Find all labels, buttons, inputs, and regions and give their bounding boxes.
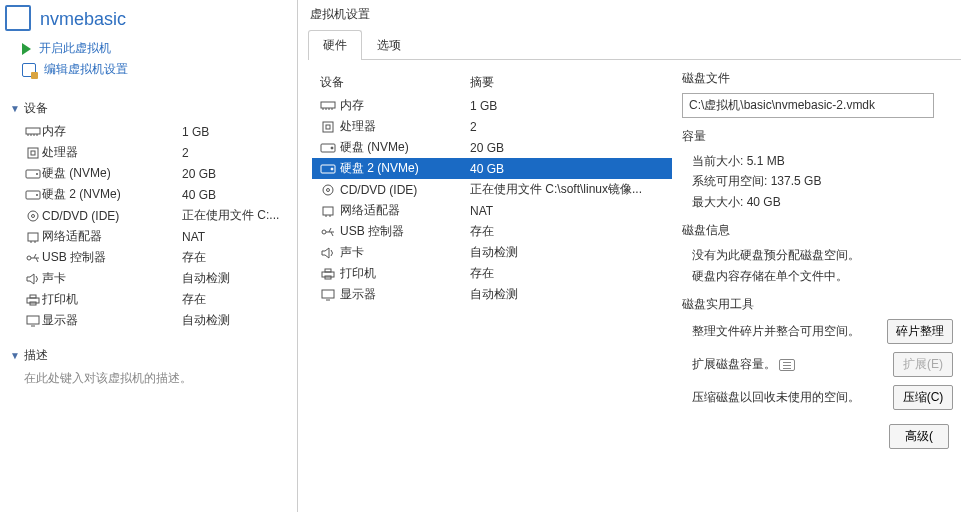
hint-icon <box>779 359 795 371</box>
hardware-table-row[interactable]: 显示器自动检测 <box>312 284 672 305</box>
device-name: 网络适配器 <box>340 202 470 219</box>
chevron-down-icon: ▼ <box>10 103 20 114</box>
svg-point-8 <box>36 173 38 175</box>
hardware-table-row[interactable]: 硬盘 (NVMe)20 GB <box>312 137 672 158</box>
column-header-device[interactable]: 设备 <box>320 74 470 91</box>
device-summary: 2 <box>182 146 189 160</box>
hardware-table-row[interactable]: 网络适配器NAT <box>312 200 672 221</box>
sidebar-device-row[interactable]: 显示器自动检测 <box>24 312 287 329</box>
sidebar-device-row[interactable]: 网络适配器NAT <box>24 228 287 245</box>
device-name: 打印机 <box>340 265 470 282</box>
disk-info-line1: 没有为此硬盘预分配磁盘空间。 <box>682 245 953 265</box>
sidebar-device-row[interactable]: CD/DVD (IDE)正在使用文件 C:... <box>24 207 287 224</box>
svg-rect-13 <box>28 233 38 241</box>
device-summary: 1 GB <box>470 99 668 113</box>
disk-utilities-label: 磁盘实用工具 <box>682 296 953 313</box>
sidebar-device-row[interactable]: 硬盘 (NVMe)20 GB <box>24 165 287 182</box>
disk-file-path-input[interactable]: C:\虚拟机\basic\nvmebasic-2.vmdk <box>682 93 934 118</box>
svg-point-10 <box>36 194 38 196</box>
hardware-table-row[interactable]: 打印机存在 <box>312 263 672 284</box>
device-summary: 20 GB <box>470 141 668 155</box>
hardware-table-row[interactable]: USB 控制器存在 <box>312 221 672 242</box>
tab-options[interactable]: 选项 <box>362 30 416 60</box>
capacity-current: 当前大小: 5.1 MB <box>682 151 953 171</box>
device-name: 硬盘 (NVMe) <box>42 165 182 182</box>
edit-settings-link[interactable]: 编辑虚拟机设置 <box>22 61 297 78</box>
svg-point-34 <box>331 147 333 149</box>
devices-section-header[interactable]: ▼ 设备 <box>10 100 287 117</box>
defrag-text: 整理文件碎片并整合可用空间。 <box>692 323 879 340</box>
play-icon <box>22 43 31 55</box>
svg-rect-6 <box>31 151 35 155</box>
sound-icon <box>24 272 42 286</box>
net-icon <box>24 230 42 244</box>
vm-name: nvmebasic <box>40 9 126 30</box>
sidebar-device-row[interactable]: 打印机存在 <box>24 291 287 308</box>
svg-rect-32 <box>326 125 330 129</box>
disk-icon <box>24 167 42 181</box>
device-summary: 自动检测 <box>182 312 230 329</box>
edit-icon <box>22 63 36 77</box>
printer-icon <box>320 267 340 281</box>
hardware-table-row[interactable]: 内存1 GB <box>312 95 672 116</box>
expand-button[interactable]: 扩展(E) <box>893 352 953 377</box>
disk-icon <box>320 141 340 155</box>
description-placeholder[interactable]: 在此处键入对该虚拟机的描述。 <box>10 370 287 387</box>
power-on-link[interactable]: 开启此虚拟机 <box>22 40 297 57</box>
net-icon <box>320 204 340 218</box>
devices-section-label: 设备 <box>24 100 48 117</box>
device-name: 处理器 <box>42 144 182 161</box>
svg-marker-20 <box>27 274 34 284</box>
device-name: CD/DVD (IDE) <box>42 209 182 223</box>
tab-hardware[interactable]: 硬件 <box>308 30 362 60</box>
sidebar-device-row[interactable]: 内存1 GB <box>24 123 287 140</box>
cpu-icon <box>320 120 340 134</box>
sidebar-device-row[interactable]: 处理器2 <box>24 144 287 161</box>
device-name: 内存 <box>42 123 182 140</box>
compact-text: 压缩磁盘以回收未使用的空间。 <box>692 389 885 406</box>
svg-point-38 <box>327 188 330 191</box>
description-section-header[interactable]: ▼ 描述 <box>10 347 287 364</box>
svg-rect-22 <box>30 295 36 298</box>
hardware-table-row[interactable]: 声卡自动检测 <box>312 242 672 263</box>
capacity-free: 系统可用空间: 137.5 GB <box>682 171 953 191</box>
device-summary: 存在 <box>182 249 206 266</box>
usb-icon <box>24 251 42 265</box>
svg-line-19 <box>36 258 38 262</box>
advanced-button[interactable]: 高级( <box>889 424 949 449</box>
cd-icon <box>24 209 42 223</box>
memory-icon <box>24 125 42 139</box>
display-icon <box>24 314 42 328</box>
device-name: 硬盘 2 (NVMe) <box>340 160 470 177</box>
svg-line-45 <box>331 232 333 236</box>
svg-rect-24 <box>27 316 39 324</box>
device-name: 声卡 <box>42 270 182 287</box>
device-name: 声卡 <box>340 244 470 261</box>
device-summary: NAT <box>182 230 205 244</box>
device-summary: 自动检测 <box>470 286 668 303</box>
column-header-summary[interactable]: 摘要 <box>470 74 494 91</box>
hardware-table-row[interactable]: 硬盘 2 (NVMe)40 GB <box>312 158 672 179</box>
sidebar-device-row[interactable]: 声卡自动检测 <box>24 270 287 287</box>
sidebar-device-row[interactable]: USB 控制器存在 <box>24 249 287 266</box>
defrag-button[interactable]: 碎片整理 <box>887 319 953 344</box>
hardware-table-row[interactable]: CD/DVD (IDE)正在使用文件 C:\soft\linux镜像... <box>312 179 672 200</box>
cpu-icon <box>24 146 42 160</box>
edit-settings-label: 编辑虚拟机设置 <box>44 61 128 78</box>
compact-button[interactable]: 压缩(C) <box>893 385 953 410</box>
svg-line-44 <box>329 228 331 232</box>
svg-rect-50 <box>322 290 334 298</box>
settings-dialog-title: 虚拟机设置 <box>302 2 961 29</box>
hardware-table-row[interactable]: 处理器2 <box>312 116 672 137</box>
capacity-max: 最大大小: 40 GB <box>682 192 953 212</box>
cd-icon <box>320 183 340 197</box>
device-name: USB 控制器 <box>42 249 182 266</box>
description-section-label: 描述 <box>24 347 48 364</box>
device-summary: 正在使用文件 C:\soft\linux镜像... <box>470 181 668 198</box>
sidebar-device-row[interactable]: 硬盘 2 (NVMe)40 GB <box>24 186 287 203</box>
svg-point-42 <box>322 230 326 234</box>
device-name: 硬盘 2 (NVMe) <box>42 186 182 203</box>
usb-icon <box>320 225 340 239</box>
disk-info-line2: 硬盘内容存储在单个文件中。 <box>682 266 953 286</box>
svg-marker-46 <box>322 248 329 258</box>
